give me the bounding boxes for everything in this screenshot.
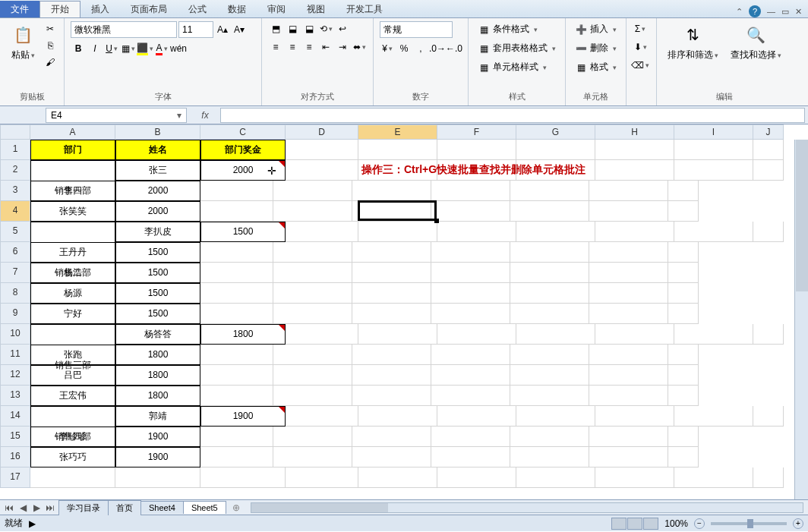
cell-H14[interactable] xyxy=(595,406,674,427)
cell-E16[interactable] xyxy=(273,447,352,467)
window-close-icon[interactable]: ✕ xyxy=(795,7,802,17)
tab-insert[interactable]: 插入 xyxy=(80,1,120,17)
bold-button[interactable]: B xyxy=(71,41,86,56)
cell-I12[interactable] xyxy=(589,365,668,386)
cell-D3[interactable] xyxy=(200,181,273,201)
format-painter-button[interactable]: 🖌 xyxy=(43,55,58,70)
cell-E17[interactable] xyxy=(358,467,437,488)
clear-button[interactable]: ⌫ xyxy=(633,58,648,73)
select-all-corner[interactable] xyxy=(0,124,30,140)
cell-B9[interactable]: 宁好 xyxy=(30,304,115,324)
zoom-out-button[interactable]: − xyxy=(694,518,705,529)
cell-D7[interactable] xyxy=(200,263,273,283)
cell-H6[interactable] xyxy=(510,242,589,263)
cell-J15[interactable] xyxy=(668,427,699,447)
col-header-C[interactable]: C xyxy=(200,124,286,140)
align-right-button[interactable]: ≡ xyxy=(301,39,317,55)
cell-J8[interactable] xyxy=(668,283,699,304)
cell-H16[interactable] xyxy=(510,447,589,467)
cell-C3[interactable]: 2000 xyxy=(115,181,200,201)
cell-B13[interactable]: 王宏伟 xyxy=(30,386,115,406)
col-header-E[interactable]: E xyxy=(358,124,437,140)
cell-F13[interactable] xyxy=(352,386,431,406)
cell-H15[interactable] xyxy=(510,427,589,447)
cell-I5[interactable] xyxy=(674,222,753,242)
zoom-slider[interactable] xyxy=(711,522,787,525)
fill-color-button[interactable]: ⬛ xyxy=(137,41,153,56)
cell-B7[interactable]: 杨浩 xyxy=(30,263,115,283)
cell-B6[interactable]: 王丹丹 xyxy=(30,242,115,263)
cell-G15[interactable] xyxy=(431,427,510,447)
cell-G11[interactable] xyxy=(431,345,510,365)
cell-J7[interactable] xyxy=(668,263,699,283)
nav-next-icon[interactable]: ▶ xyxy=(30,502,43,513)
vertical-scrollbar[interactable] xyxy=(794,140,808,499)
cell-H8[interactable] xyxy=(510,283,589,304)
cell-C6[interactable]: 1500 xyxy=(115,242,200,263)
cell-I6[interactable] xyxy=(589,242,668,263)
row-header-6[interactable]: 6 xyxy=(0,242,30,263)
cell-J6[interactable] xyxy=(668,242,699,263)
cell-I9[interactable] xyxy=(589,304,668,324)
cell-D11[interactable] xyxy=(200,345,273,365)
cell-G14[interactable] xyxy=(516,406,595,427)
cell-G6[interactable] xyxy=(431,242,510,263)
cell-D8[interactable] xyxy=(200,283,273,304)
cell-E13[interactable] xyxy=(273,386,352,406)
zoom-in-button[interactable]: + xyxy=(793,518,803,529)
cell-H12[interactable] xyxy=(510,365,589,386)
cell-C9[interactable]: 1500 xyxy=(115,304,200,324)
cell-F11[interactable] xyxy=(352,345,431,365)
row-header-2[interactable]: 2 xyxy=(0,160,30,181)
cell-E10[interactable] xyxy=(358,324,437,345)
name-box[interactable]: E4 ▾ xyxy=(46,108,187,123)
row-header-17[interactable]: 17 xyxy=(0,467,30,488)
cell-I1[interactable] xyxy=(674,140,753,160)
cell-J17[interactable] xyxy=(753,467,784,488)
cell-F2[interactable] xyxy=(437,160,516,181)
zoom-level[interactable]: 100% xyxy=(664,518,688,529)
align-left-button[interactable]: ≡ xyxy=(268,39,283,55)
wrap-text-button[interactable]: ↩ xyxy=(335,21,350,36)
cell-C5[interactable]: 1500 xyxy=(200,222,286,242)
indent-inc-button[interactable]: ⇥ xyxy=(335,39,350,55)
tab-formula[interactable]: 公式 xyxy=(178,1,217,17)
chevron-down-icon[interactable]: ▾ xyxy=(177,110,181,121)
table-format-button[interactable]: ▦套用表格格式 xyxy=(475,40,559,56)
tab-view[interactable]: 视图 xyxy=(296,1,336,17)
new-sheet-icon[interactable]: ⊕ xyxy=(226,502,246,513)
cell-F12[interactable] xyxy=(352,365,431,386)
cell-E12[interactable] xyxy=(273,365,352,386)
cell-E11[interactable] xyxy=(273,345,352,365)
cell-C2[interactable]: 2000 xyxy=(200,160,286,181)
cell-I7[interactable] xyxy=(589,263,668,283)
phonetic-button[interactable]: wén xyxy=(171,41,186,56)
merge-button[interactable]: ⬌ xyxy=(352,39,367,55)
cell-J12[interactable] xyxy=(668,365,699,386)
fill-handle[interactable] xyxy=(434,219,439,223)
ribbon-collapse-icon[interactable]: ⌃ xyxy=(736,7,743,17)
cell-G12[interactable] xyxy=(431,365,510,386)
cell-C13[interactable]: 1800 xyxy=(115,386,200,406)
dec-decimal-button[interactable]: ←.0 xyxy=(447,41,462,56)
cell-H4[interactable] xyxy=(510,201,589,222)
font-size-select[interactable] xyxy=(178,21,213,38)
row-header-1[interactable]: 1 xyxy=(0,140,30,160)
cell-G5[interactable] xyxy=(516,222,595,242)
tab-review[interactable]: 审阅 xyxy=(257,1,296,17)
delete-cells-button[interactable]: ➖删除 xyxy=(572,40,620,56)
cell-C15[interactable]: 1900 xyxy=(115,427,200,447)
autosum-button[interactable]: Σ xyxy=(633,21,648,36)
align-top-button[interactable]: ⬒ xyxy=(268,21,283,36)
cell-G13[interactable] xyxy=(431,386,510,406)
cell-A17[interactable] xyxy=(30,467,115,488)
cell-H11[interactable] xyxy=(510,345,589,365)
cell-E14[interactable] xyxy=(358,406,437,427)
cell-B5[interactable]: 李扒皮 xyxy=(115,222,200,242)
cell-E4[interactable] xyxy=(273,201,352,222)
cell-J11[interactable] xyxy=(668,345,699,365)
sheet-tab-3[interactable]: Sheet4 xyxy=(140,501,184,514)
tab-data[interactable]: 数据 xyxy=(217,1,257,17)
cell-D14[interactable] xyxy=(286,406,358,427)
cell-B16[interactable]: 张巧巧 xyxy=(30,447,115,467)
